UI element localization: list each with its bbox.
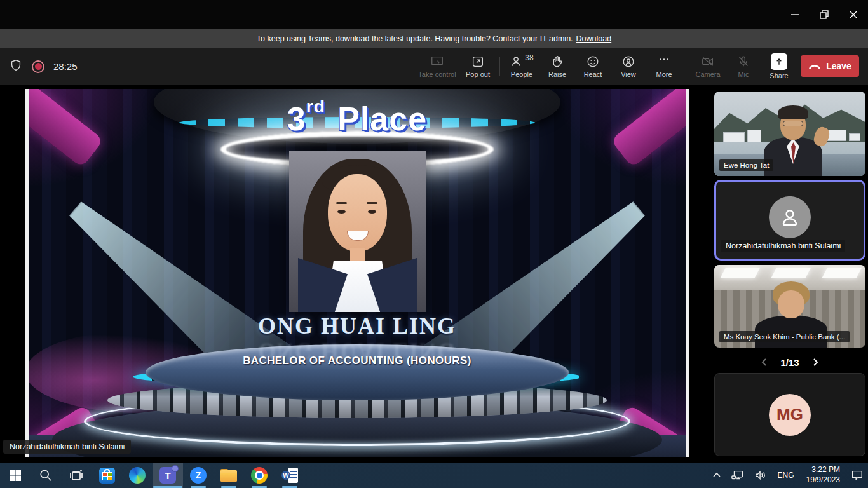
close-icon (849, 10, 858, 19)
participant-tile-ewe-hong-tat[interactable]: Ewe Hong Tat (714, 92, 865, 176)
people-count-badge: 38 (525, 53, 533, 62)
teams-meeting-window: To keep using Teams, download the latest… (0, 0, 868, 488)
update-banner-text: To keep using Teams, download the latest… (257, 34, 573, 43)
shield-icon (9, 58, 23, 75)
chevron-up-icon (712, 470, 722, 480)
recording-indicator-icon (32, 60, 44, 73)
participants-pager: 1/13 (714, 351, 865, 373)
react-icon (586, 55, 600, 69)
microsoft-store-icon (99, 468, 115, 484)
raise-hand-button[interactable]: Raise (539, 48, 575, 85)
view-icon (621, 55, 635, 69)
download-link[interactable]: Download (576, 34, 612, 43)
participant-tile-ms-koay[interactable]: Ms Koay Seok Khim - Public Bank (... (714, 265, 865, 348)
pop-out-button[interactable]: Pop out (460, 48, 496, 85)
chrome-button[interactable] (244, 463, 275, 488)
zoom-app-icon: Z (190, 467, 207, 484)
participant-name-label: Norzahidatulhikmah binti Sulaimi (721, 240, 845, 252)
start-button[interactable] (0, 463, 31, 488)
react-button[interactable]: React (575, 48, 611, 85)
call-toolbar: 28:25 Take control Pop out 38 People (0, 48, 868, 85)
mic-off-icon (736, 55, 750, 69)
close-button[interactable] (839, 5, 868, 24)
speaker-icon (754, 469, 768, 482)
slide-edge-right (686, 89, 689, 458)
more-icon (657, 55, 671, 69)
participant-tile-mg[interactable]: MG (714, 373, 865, 456)
winner-photo (289, 151, 426, 312)
search-button[interactable] (31, 463, 61, 488)
pop-out-icon (471, 55, 485, 69)
minimize-icon (790, 10, 799, 19)
meeting-info: 28:25 (9, 48, 78, 85)
toolbar-divider (499, 57, 500, 76)
volume-button[interactable] (749, 463, 772, 488)
pager-next-icon[interactable] (810, 356, 821, 368)
windows-logo-icon (9, 469, 22, 482)
award-title: 3rd Place (25, 97, 689, 138)
participant-name-label: Ewe Hong Tat (719, 159, 773, 171)
view-button[interactable]: View (611, 48, 646, 85)
notification-icon (851, 469, 864, 482)
participant-tile-norzahidatulhikmah[interactable]: Norzahidatulhikmah binti Sulaimi (714, 180, 865, 261)
minimize-button[interactable] (780, 5, 810, 24)
meeting-content: 3rd Place ONG HUAI LING ONG HUAI LING (0, 85, 868, 463)
toolbar-buttons: Take control Pop out 38 People Raise Re (414, 48, 797, 85)
avatar-placeholder (769, 196, 811, 238)
presenter-name-overlay: Norzahidatulhikmah binti Sulaimi (3, 440, 131, 454)
hang-up-icon (808, 62, 821, 70)
task-view-icon (69, 468, 84, 483)
folder-icon (220, 469, 237, 482)
network-button[interactable] (726, 463, 749, 488)
hidden-icons-button[interactable] (707, 463, 726, 488)
taskbar-date: 19/9/2023 (806, 475, 840, 485)
camera-button[interactable]: Camera (690, 48, 726, 85)
mic-button[interactable]: Mic (726, 48, 761, 85)
teams-icon: T (159, 467, 176, 484)
language-indicator[interactable]: ENG (772, 463, 800, 488)
toolbar-divider (686, 57, 686, 76)
restore-button[interactable] (810, 5, 839, 24)
zoom-button[interactable]: Z (183, 463, 214, 488)
edge-button[interactable] (122, 463, 153, 488)
file-explorer-button[interactable] (214, 463, 244, 488)
task-view-button[interactable] (61, 463, 92, 488)
winner-name-reflection: ONG HUAI LING (25, 338, 689, 365)
teams-button[interactable]: T (153, 463, 183, 488)
take-control-button[interactable]: Take control (414, 48, 460, 85)
microsoft-store-button[interactable] (92, 463, 122, 488)
windows-taskbar: T Z W (0, 463, 868, 488)
raise-hand-icon (550, 55, 564, 69)
chrome-icon (251, 467, 268, 484)
shared-screen: 3rd Place ONG HUAI LING ONG HUAI LING (25, 89, 689, 458)
network-icon (731, 469, 745, 482)
update-banner: To keep using Teams, download the latest… (0, 29, 868, 48)
window-titlebar (0, 0, 868, 29)
people-button[interactable]: 38 People (504, 48, 539, 85)
restore-icon (820, 10, 829, 19)
more-button[interactable]: More (646, 48, 682, 85)
share-button[interactable]: Share (761, 48, 797, 85)
taskbar-clock[interactable]: 3:22 PM 19/9/2023 (800, 465, 846, 485)
slide-edge-left (25, 89, 29, 458)
leave-button[interactable]: Leave (801, 55, 859, 77)
system-tray: ENG 3:22 PM 19/9/2023 (707, 463, 868, 488)
pager-previous-icon (759, 356, 770, 368)
person-icon (778, 205, 801, 228)
take-control-icon (430, 55, 444, 69)
taskbar-time: 3:22 PM (811, 465, 840, 475)
action-center-button[interactable] (846, 463, 868, 488)
meeting-timer: 28:25 (53, 61, 78, 72)
search-icon (39, 468, 53, 482)
pager-position: 1/13 (780, 357, 799, 368)
participant-name-label: Ms Koay Seok Khim - Public Bank (... (719, 331, 850, 342)
people-icon (510, 55, 524, 69)
word-icon: W (281, 468, 298, 483)
word-button[interactable]: W (275, 463, 305, 488)
camera-off-icon (701, 55, 715, 69)
window-controls (780, 5, 868, 24)
edge-icon (129, 467, 146, 484)
winner-name: ONG HUAI LING (25, 313, 689, 339)
initials-avatar: MG (769, 394, 811, 436)
share-icon (771, 53, 787, 70)
